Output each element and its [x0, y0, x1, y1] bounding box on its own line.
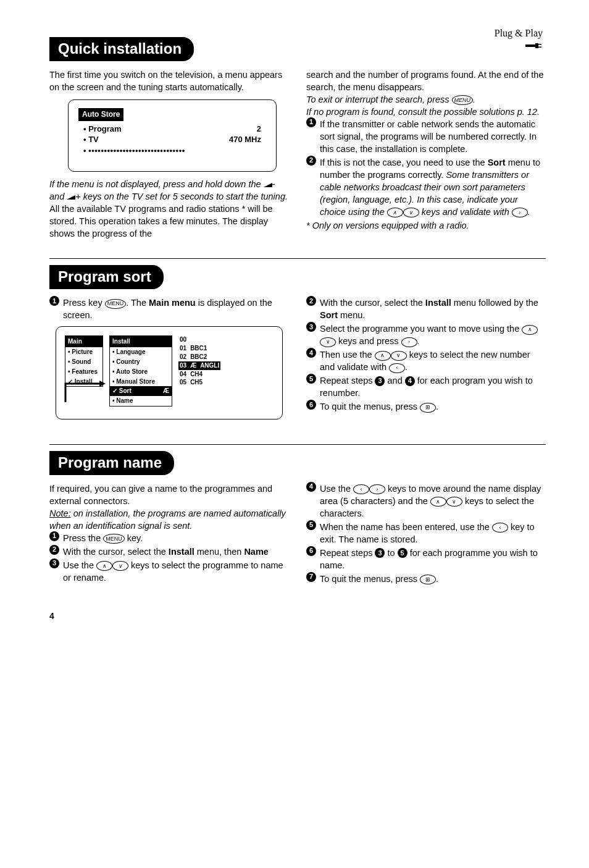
step-3-ref-badge: 3 — [375, 548, 385, 558]
program-name-left-col: If required, you can give a name to the … — [49, 482, 289, 586]
step-1-badge: 1 — [49, 296, 59, 306]
ps-step-2: 2 With the cursor, select the Install me… — [306, 297, 546, 321]
pn-note: Note: on installation, the programs are … — [49, 507, 289, 532]
qi-left-note: If the menu is not displayed, press and … — [49, 178, 289, 203]
step-1-badge: 1 — [306, 117, 316, 127]
right-key-icon: › — [401, 337, 417, 347]
pn-step-7: 7 To quit the menus, press ⊞. — [306, 573, 546, 585]
pn-intro: If required, you can give a name to the … — [49, 482, 289, 507]
right-key-icon: › — [369, 484, 385, 494]
qi-footnote: * Only on versions equipped with a radio… — [306, 219, 546, 232]
ps-step-3: 3 Select the programme you want to move … — [306, 322, 546, 347]
quick-install-right-col: search and the number of programs found.… — [306, 69, 546, 240]
up-key-icon: ∧ — [387, 208, 403, 217]
qi-left-after: All the available TV programs and radio … — [49, 203, 289, 240]
left-key-icon: ‹ — [492, 523, 508, 533]
down-key-icon: ∨ — [446, 497, 462, 507]
brand-text: Plug & Play — [495, 28, 543, 38]
left-key-icon: ‹ — [389, 363, 405, 373]
program-sort-left-col: 1 Press key MENU. The Main menu is displ… — [49, 297, 289, 426]
ps-step-5: 5 Repeat steps 3 and 4 for each program … — [306, 374, 546, 399]
step-4-badge: 4 — [306, 348, 316, 358]
svg-rect-2 — [538, 44, 541, 45]
ps-step-6: 6 To quit the menus, press ⊞. — [306, 400, 546, 413]
ps-step-4: 4 Then use the ∧∨ keys to select the new… — [306, 348, 546, 373]
section-title-program-name: Program name — [49, 451, 174, 475]
step-2-badge: 2 — [306, 156, 316, 166]
exit-key-icon: ⊞ — [420, 575, 436, 584]
menu-key-icon: MENU — [105, 299, 127, 309]
step-4-ref-badge: 4 — [405, 376, 415, 386]
auto-store-progress-dots: • ••••••••••••••••••••••••••••••• — [83, 145, 261, 156]
up-key-icon: ∧ — [430, 497, 446, 507]
step-2-badge: 2 — [49, 545, 59, 555]
down-key-icon: ∨ — [403, 208, 419, 217]
auto-store-screenshot: Auto Store • Program 2 • TV 470 MHz • ••… — [68, 99, 277, 172]
qi-right-intro: search and the number of programs found.… — [306, 69, 546, 93]
pn-step-6: 6 Repeat steps 3 to 5 for each programme… — [306, 547, 546, 571]
up-key-icon: ∧ — [96, 561, 112, 571]
vol-minus-icon — [264, 183, 272, 187]
program-name-right-col: 4 Use the ‹› keys to move around the nam… — [306, 482, 546, 586]
program-sort-right-col: 2 With the cursor, select the Install me… — [306, 297, 546, 426]
qi-intro: The first time you switch on the televis… — [49, 69, 289, 93]
step-6-badge: 6 — [306, 400, 316, 410]
exit-key-icon: ⊞ — [420, 403, 436, 413]
auto-store-row-program: • Program 2 — [83, 124, 261, 135]
pn-step-2: 2 With the cursor, select the Install me… — [49, 546, 289, 558]
qi-right-italic-1: To exit or interrupt the search, press M… — [306, 93, 546, 106]
step-7-badge: 7 — [306, 572, 316, 582]
auto-store-row-tv: • TV 470 MHz — [83, 134, 261, 145]
right-key-icon: › — [512, 208, 528, 217]
left-key-icon: ‹ — [353, 484, 369, 494]
up-key-icon: ∧ — [375, 351, 391, 361]
svg-marker-4 — [99, 381, 106, 387]
auto-store-title: Auto Store — [78, 108, 123, 121]
pn-step-5: 5 When the name has been entered, use th… — [306, 521, 546, 546]
vol-plus-icon — [67, 195, 75, 200]
step-5-badge: 5 — [306, 520, 316, 530]
step-1-badge: 1 — [49, 531, 59, 541]
menu-arrow-icon — [62, 381, 136, 405]
down-key-icon: ∨ — [320, 337, 336, 347]
main-menu-panel: Main • Picture • Sound • Features ✓ Inst… — [65, 335, 103, 387]
qi-bullet-1: 1 If the transmitter or cable network se… — [306, 118, 546, 155]
up-key-icon: ∧ — [522, 325, 538, 335]
section-title-quick-installation: Quick installation — [49, 37, 194, 61]
svg-rect-1 — [535, 43, 538, 48]
section-title-program-sort: Program sort — [49, 265, 164, 289]
pn-step-3: 3 Use the ∧∨ keys to select the programm… — [49, 559, 289, 584]
down-key-icon: ∨ — [112, 561, 128, 571]
svg-rect-0 — [525, 44, 535, 47]
brand-logo: Plug & Play — [495, 28, 543, 39]
menu-key-icon: MENU — [103, 534, 125, 544]
pn-step-4: 4 Use the ‹› keys to move around the nam… — [306, 482, 546, 520]
step-2-badge: 2 — [306, 296, 316, 306]
page-number: 4 — [49, 611, 546, 621]
ps-step-1: 1 Press key MENU. The Main menu is displ… — [49, 297, 289, 321]
step-3-badge: 3 — [49, 558, 59, 568]
pn-step-1: 1 Press the MENU key. — [49, 532, 289, 544]
sort-menu-screenshot: Main • Picture • Sound • Features ✓ Inst… — [56, 326, 283, 419]
quick-install-left-col: The first time you switch on the televis… — [49, 69, 289, 240]
step-6-badge: 6 — [306, 546, 316, 556]
step-5-badge: 5 — [306, 374, 316, 384]
qi-right-italic-2: If no program is found, consult the poss… — [306, 106, 546, 118]
step-5-ref-badge: 5 — [398, 548, 407, 558]
channel-list-panel: 00 01BBC1 02BBC2 03ÆANGLI 04CH4 05CH5 — [178, 335, 220, 387]
step-4-badge: 4 — [306, 482, 316, 492]
qi-bullet-2: 2 If this is not the case, you need to u… — [306, 156, 546, 218]
svg-rect-3 — [538, 47, 541, 48]
step-3-badge: 3 — [306, 322, 316, 332]
step-3-ref-badge: 3 — [375, 376, 385, 386]
plug-icon — [525, 41, 543, 53]
down-key-icon: ∨ — [391, 351, 407, 361]
menu-key-icon: MENU — [452, 95, 474, 105]
